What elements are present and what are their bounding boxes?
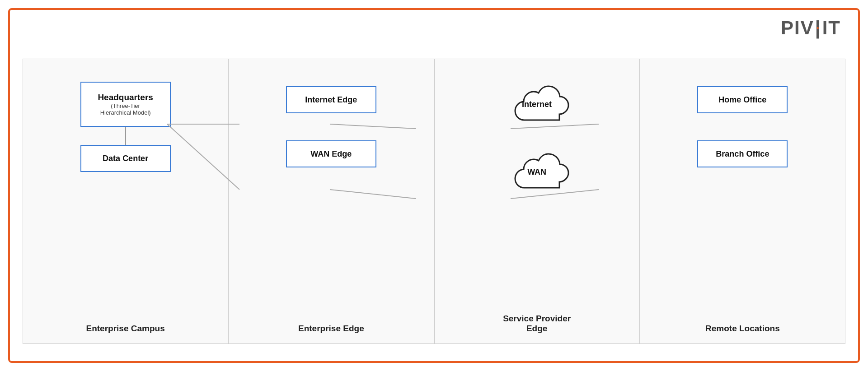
diagram: Headquarters (Three-TierHierarchical Mod…: [23, 59, 845, 344]
headquarters-box: Headquarters (Three-TierHierarchical Mod…: [80, 82, 171, 127]
logo-piv: PIV: [781, 17, 814, 39]
remote-locations-label: Remote Locations: [640, 324, 845, 334]
edge-nodes: Internet Edge WAN Edge: [238, 86, 424, 167]
service-provider-label: Service ProviderEdge: [435, 314, 639, 334]
enterprise-campus-section: Headquarters (Three-TierHierarchical Mod…: [23, 59, 228, 344]
internet-cloud: Internet: [501, 82, 573, 127]
enterprise-campus-label: Enterprise Campus: [23, 324, 228, 334]
internet-edge-box: Internet Edge: [286, 86, 376, 113]
hq-subtitle: (Three-TierHierarchical Model): [98, 102, 153, 116]
enterprise-edge-section: Internet Edge WAN Edge Enterprise Edge: [228, 59, 434, 344]
branch-office-box: Branch Office: [697, 140, 788, 167]
wan-edge-box: WAN Edge: [286, 140, 376, 167]
home-office-box: Home Office: [697, 86, 788, 113]
wan-cloud-label: WAN: [527, 167, 546, 177]
sp-nodes: Internet WAN: [444, 82, 630, 195]
internet-cloud-label: Internet: [522, 100, 552, 109]
remote-locations-section: Home Office Branch Office Remote Locatio…: [640, 59, 845, 344]
campus-nodes: Headquarters (Three-TierHierarchical Mod…: [32, 82, 219, 172]
logo: PIV ● | IT: [781, 17, 841, 39]
data-center-box: Data Center: [80, 145, 171, 172]
hq-title: Headquarters: [98, 93, 153, 102]
logo-it: IT: [822, 17, 841, 39]
service-provider-section: Internet WAN Service ProviderEdge: [434, 59, 640, 344]
enterprise-edge-label: Enterprise Edge: [229, 324, 433, 334]
wan-cloud: WAN: [501, 149, 573, 195]
campus-connector-line: [125, 127, 126, 145]
remote-nodes: Home Office Branch Office: [649, 86, 836, 167]
